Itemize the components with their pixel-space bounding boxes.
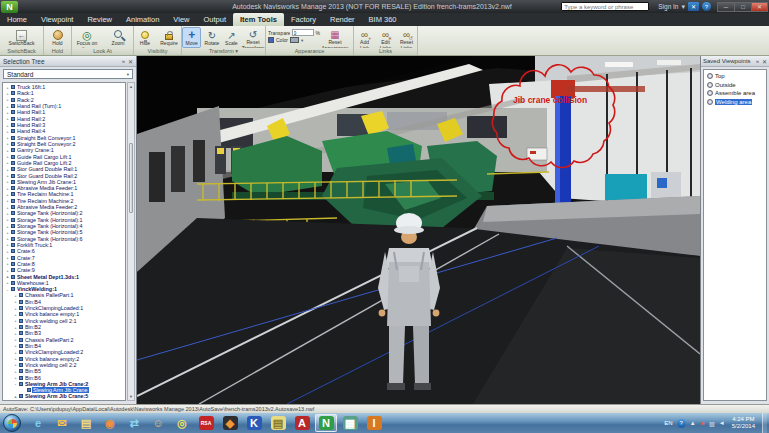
taskbar-chrome-icon[interactable]: ◎ [171, 414, 193, 432]
hold-button[interactable]: Hold [45, 27, 71, 48]
tree-expander-icon[interactable]: + [13, 337, 18, 342]
close-button[interactable]: ✕ [751, 2, 768, 12]
tree-expander-icon[interactable]: + [5, 224, 10, 229]
tree-expander-icon[interactable]: - [13, 381, 18, 386]
taskbar-autocad-icon[interactable]: A [291, 414, 313, 432]
tree-expander-icon[interactable]: + [5, 116, 10, 121]
tree-expander-icon[interactable]: + [5, 97, 10, 102]
tree-expander-icon[interactable]: + [13, 350, 18, 355]
tree-expander-icon[interactable]: + [5, 242, 10, 247]
reset-transform-button[interactable]: ↺ Reset Transform [241, 27, 265, 48]
ribbon-tab[interactable]: View [166, 13, 196, 26]
ribbon-tab[interactable]: Animation [119, 13, 166, 26]
tree-expander-icon[interactable]: + [5, 280, 10, 285]
tree-expander-icon[interactable]: + [13, 318, 18, 323]
panel-close-icon[interactable]: ✕ [762, 58, 767, 65]
move-button[interactable]: + Move [182, 27, 201, 48]
show-desktop-button[interactable] [762, 413, 767, 433]
taskbar-clock[interactable]: 4:24 PM 5/2/2014 [729, 416, 758, 430]
tree-expander-icon[interactable]: + [5, 154, 10, 159]
tree-expander-icon[interactable]: + [5, 192, 10, 197]
tree-expander-icon[interactable]: + [13, 306, 18, 311]
application-menu-button[interactable]: N [1, 1, 18, 13]
taskbar-media-player-icon[interactable]: ◉ [99, 414, 121, 432]
exchange-apps-icon[interactable]: ✕ [688, 2, 699, 11]
3d-viewport[interactable]: Jib crane collision [137, 56, 700, 404]
edit-links-button[interactable]: ∞∗ Edit Links [376, 27, 396, 48]
tree-expander-icon[interactable]: + [13, 369, 18, 374]
ribbon-tab[interactable]: Output [196, 13, 233, 26]
taskbar-outlook-icon[interactable]: ✉ [51, 414, 73, 432]
scale-button[interactable]: ↗ Scale [223, 27, 240, 48]
scroll-up-icon[interactable]: ▲ [129, 84, 133, 89]
tree-expander-icon[interactable]: + [5, 160, 10, 165]
tree-expander-icon[interactable]: + [5, 205, 10, 210]
viewpoint-item[interactable]: Welding area [706, 98, 766, 107]
tree-expander-icon[interactable]: + [13, 394, 18, 399]
tree-expander-icon[interactable]: + [13, 299, 18, 304]
tree-expander-icon[interactable]: + [5, 123, 10, 128]
require-button[interactable]: Require [157, 27, 181, 48]
account-dropdown-icon[interactable]: ▾ [681, 3, 685, 11]
taskbar-explorer-icon[interactable]: ▤ [75, 414, 97, 432]
tree-item[interactable]: + Slewing Arm Jib Crane:5 [3, 393, 125, 399]
tray-flag-icon[interactable]: ⚑ [700, 420, 705, 427]
ribbon-tab[interactable]: Render [323, 13, 362, 26]
taskbar-app-dark-icon[interactable]: ◆ [219, 414, 241, 432]
tree-expander-icon[interactable]: + [13, 375, 18, 380]
tree-expander-icon[interactable]: + [5, 135, 10, 140]
focus-on-item-button[interactable]: ◎ Focus on Item [72, 27, 102, 48]
tree-expander-icon[interactable]: + [5, 85, 10, 90]
tree-expander-icon[interactable]: + [5, 211, 10, 216]
tree-expander-icon[interactable]: + [5, 261, 10, 266]
ribbon-tab[interactable]: Review [80, 13, 119, 26]
taskbar-ie-icon[interactable]: e [27, 414, 49, 432]
panel-pin-icon[interactable]: » [756, 58, 759, 64]
rotate-button[interactable]: ↻ Rotate [202, 27, 221, 48]
tree-expander-icon[interactable]: + [5, 148, 10, 153]
color-dropdown-icon[interactable]: ▾ [301, 38, 303, 43]
tree-expander-icon[interactable]: + [5, 104, 10, 109]
transparency-input[interactable] [292, 29, 314, 36]
tree-expander-icon[interactable]: + [13, 325, 18, 330]
taskbar-remote-app-icon[interactable]: ▦ [339, 414, 361, 432]
tree-expander-icon[interactable]: + [5, 255, 10, 260]
tray-volume-icon[interactable]: ◄ [719, 420, 725, 426]
tree-expander-icon[interactable]: - [5, 287, 10, 292]
tree-expander-icon[interactable]: + [5, 217, 10, 222]
switchback-button[interactable]: ← SwitchBack [2, 27, 42, 48]
taskbar-navisworks-icon[interactable]: N [315, 414, 337, 432]
panel-pin-icon[interactable]: » [122, 58, 125, 64]
reset-links-button[interactable]: ∞↺ Reset Links [397, 27, 417, 48]
tree-expander-icon[interactable]: + [5, 236, 10, 241]
ribbon-tab[interactable]: Viewpoint [34, 13, 80, 26]
viewpoint-item[interactable]: Assemble area [706, 89, 766, 98]
tree-scrollbar[interactable]: ▲ ▼ [127, 82, 135, 401]
scroll-thumb[interactable] [129, 143, 133, 213]
tree-expander-icon[interactable]: + [5, 141, 10, 146]
ribbon-tab[interactable]: BIM 360 [362, 13, 404, 26]
ribbon-tab[interactable]: Factory [284, 13, 323, 26]
scroll-down-icon[interactable]: ▼ [129, 394, 133, 399]
ribbon-tab[interactable]: Item Tools [233, 13, 284, 26]
minimize-button[interactable]: ─ [717, 2, 734, 12]
tree-expander-icon[interactable]: + [5, 198, 10, 203]
tree-expander-icon[interactable]: + [13, 312, 18, 317]
tray-expand-icon[interactable]: ▲ [690, 420, 696, 426]
group-label-transform[interactable]: Transform ▾ [182, 48, 265, 55]
ribbon-tab[interactable]: Home [0, 13, 34, 26]
tree-expander-icon[interactable]: + [13, 293, 18, 298]
tree-expander-icon[interactable]: + [13, 343, 18, 348]
tree-expander-icon[interactable]: + [13, 356, 18, 361]
tree-expander-icon[interactable]: + [5, 110, 10, 115]
taskbar-rsa-icon[interactable]: RSA [195, 414, 217, 432]
reset-appearance-button[interactable]: ▦ Reset Appearance [321, 27, 349, 48]
tree-expander-icon[interactable]: + [5, 129, 10, 134]
tree-expander-icon[interactable]: + [5, 91, 10, 96]
start-button[interactable] [3, 414, 21, 432]
tree-expander-icon[interactable]: + [13, 362, 18, 367]
tree-expander-icon[interactable]: + [5, 230, 10, 235]
tree-mode-dropdown[interactable]: Standard ▾ [3, 69, 133, 79]
tree-expander-icon[interactable]: + [5, 179, 10, 184]
tree-expander-icon[interactable]: + [13, 331, 18, 336]
